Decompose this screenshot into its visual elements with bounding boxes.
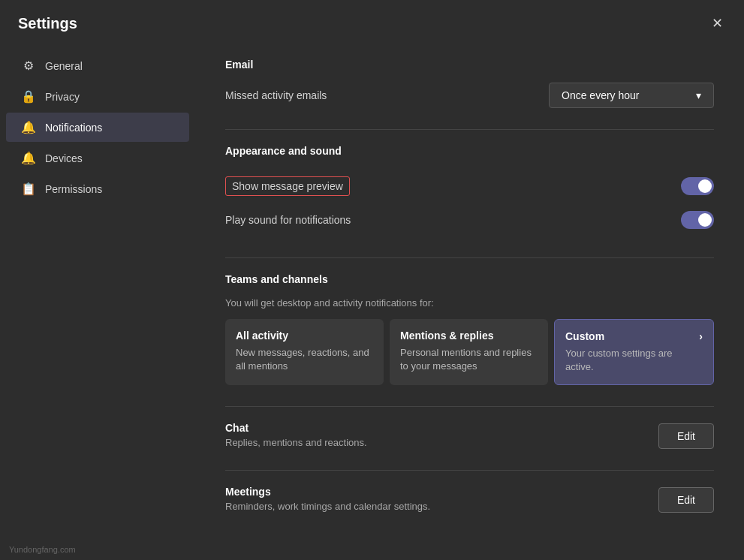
sidebar-item-general[interactable]: ⚙ General [6, 51, 189, 80]
card-custom[interactable]: Custom › Your custom settings are active… [554, 319, 714, 385]
sidebar: ⚙ General 🔒 Privacy 🔔 Notifications 🔔 De… [0, 44, 195, 560]
email-frequency-dropdown[interactable]: Once every hour ▾ [549, 83, 714, 108]
sidebar-item-privacy[interactable]: 🔒 Privacy [6, 82, 189, 111]
card-mentions-replies[interactable]: Mentions & replies Personal mentions and… [390, 319, 548, 385]
activity-cards: All activity New messages, reactions, an… [225, 319, 714, 385]
show-message-preview-label: Show message preview [225, 176, 350, 196]
sidebar-item-notifications[interactable]: 🔔 Notifications [6, 113, 189, 142]
chat-title: Chat [225, 422, 658, 434]
missed-activity-label: Missed activity emails [225, 89, 327, 101]
show-message-preview-toggle[interactable] [681, 177, 714, 195]
window-title: Settings [18, 15, 77, 32]
devices-icon: 🔔 [21, 151, 36, 165]
meetings-text: Meetings Reminders, work timings and cal… [225, 486, 658, 512]
permissions-icon: 📋 [21, 182, 36, 196]
chat-text: Chat Replies, mentions and reactions. [225, 422, 658, 448]
appearance-section-title: Appearance and sound [225, 145, 714, 157]
sidebar-label-general: General [45, 60, 83, 72]
meetings-row: Meetings Reminders, work timings and cal… [225, 486, 714, 513]
chat-section: Chat Replies, mentions and reactions. Ed… [225, 422, 714, 449]
card-all-activity[interactable]: All activity New messages, reactions, an… [225, 319, 384, 385]
main-content: Email Missed activity emails Once every … [195, 44, 744, 560]
settings-window: Settings ✕ ⚙ General 🔒 Privacy 🔔 Notific… [0, 0, 744, 560]
sidebar-item-devices[interactable]: 🔔 Devices [6, 143, 189, 173]
card-all-activity-title: All activity [236, 330, 373, 342]
divider-1 [225, 129, 714, 130]
appearance-section: Appearance and sound Show message previe… [225, 145, 714, 236]
chat-edit-button[interactable]: Edit [658, 423, 714, 449]
card-custom-desc: Your custom settings are active. [565, 347, 703, 374]
chevron-down-icon: ▾ [696, 89, 701, 101]
chat-desc: Replies, mentions and reactions. [225, 437, 658, 448]
watermark: Yundongfang.com [9, 545, 76, 554]
play-sound-toggle[interactable] [681, 211, 714, 229]
play-sound-label: Play sound for notifications [225, 214, 351, 226]
teams-section: Teams and channels You will get desktop … [225, 273, 714, 385]
content-area: ⚙ General 🔒 Privacy 🔔 Notifications 🔔 De… [0, 44, 744, 560]
divider-3 [225, 406, 714, 407]
gear-icon: ⚙ [21, 59, 36, 73]
divider-2 [225, 257, 714, 258]
sidebar-label-devices: Devices [45, 152, 83, 164]
email-row: Missed activity emails Once every hour ▾ [225, 83, 714, 108]
lock-icon: 🔒 [21, 89, 36, 104]
meetings-section: Meetings Reminders, work timings and cal… [225, 486, 714, 513]
meetings-edit-button[interactable]: Edit [658, 487, 714, 513]
sidebar-label-privacy: Privacy [45, 91, 80, 103]
title-bar: Settings ✕ [0, 0, 744, 44]
chat-row: Chat Replies, mentions and reactions. Ed… [225, 422, 714, 449]
email-section: Email Missed activity emails Once every … [225, 59, 714, 108]
card-mentions-replies-title: Mentions & replies [400, 330, 538, 342]
chevron-right-icon: › [699, 330, 703, 342]
email-section-title: Email [225, 59, 714, 71]
close-button[interactable]: ✕ [706, 12, 729, 35]
teams-section-title: Teams and channels [225, 273, 714, 285]
play-sound-row: Play sound for notifications [225, 203, 714, 236]
meetings-desc: Reminders, work timings and calendar set… [225, 501, 658, 512]
card-mentions-replies-desc: Personal mentions and replies to your me… [400, 346, 538, 373]
card-custom-title: Custom › [565, 330, 703, 342]
email-frequency-value: Once every hour [562, 89, 640, 101]
show-message-preview-row: Show message preview [225, 169, 714, 203]
sidebar-label-permissions: Permissions [45, 183, 102, 195]
sidebar-item-permissions[interactable]: 📋 Permissions [6, 174, 189, 203]
card-all-activity-desc: New messages, reactions, and all mention… [236, 346, 373, 373]
sidebar-label-notifications: Notifications [45, 122, 102, 134]
bell-icon: 🔔 [21, 120, 36, 134]
divider-4 [225, 470, 714, 471]
teams-subtitle: You will get desktop and activity notifi… [225, 297, 714, 309]
meetings-title: Meetings [225, 486, 658, 498]
